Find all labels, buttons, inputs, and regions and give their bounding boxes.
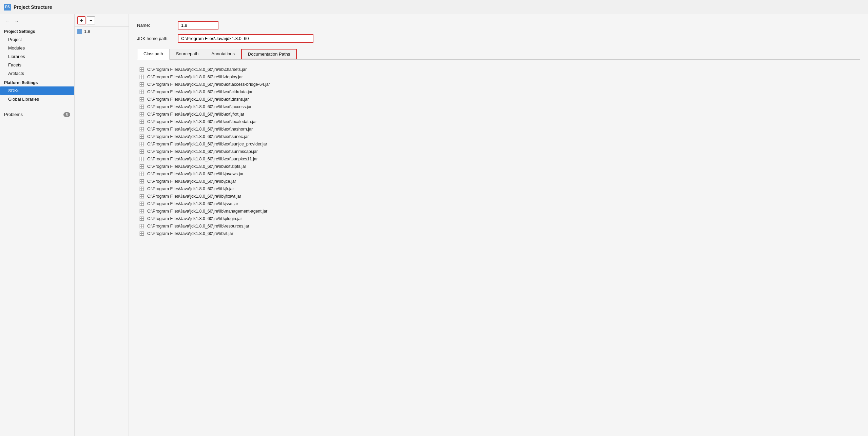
jar-file-icon [139, 179, 144, 184]
svg-rect-89 [142, 197, 143, 198]
svg-rect-99 [142, 212, 143, 213]
jar-file-icon [139, 223, 144, 229]
jar-file-icon [139, 82, 144, 87]
file-path: C:\Program Files\Java\jdk1.8.0_60\jre\li… [147, 119, 257, 124]
svg-rect-109 [142, 226, 143, 228]
jar-file-icon [139, 141, 144, 147]
name-label: Name: [137, 23, 174, 28]
sidebar-item-artifacts[interactable]: Artifacts [0, 69, 74, 78]
file-path: C:\Program Files\Java\jdk1.8.0_60\jre\li… [147, 157, 258, 161]
sdk-list-item-18[interactable]: 1.8 [75, 27, 129, 36]
file-path: C:\Program Files\Java\jdk1.8.0_60\jre\li… [147, 127, 253, 132]
svg-rect-17 [142, 90, 143, 92]
jdk-home-input[interactable] [178, 34, 313, 43]
file-path: C:\Program Files\Java\jdk1.8.0_60\jre\li… [147, 201, 238, 206]
problems-row[interactable]: Problems 5 [0, 110, 74, 119]
svg-rect-71 [140, 172, 141, 174]
svg-rect-21 [140, 98, 141, 99]
svg-rect-23 [140, 100, 141, 101]
jar-file-icon [139, 194, 144, 199]
file-list-item: C:\Program Files\Java\jdk1.8.0_60\jre\li… [137, 200, 860, 207]
tab-documentation-paths[interactable]: Documentation Paths [241, 49, 297, 59]
sidebar-item-global-libraries[interactable]: Global Libraries [0, 95, 74, 103]
svg-rect-61 [140, 157, 141, 159]
svg-rect-68 [140, 167, 141, 168]
svg-rect-1 [140, 68, 141, 69]
name-row: Name: [137, 21, 860, 29]
remove-sdk-button[interactable]: − [87, 16, 95, 24]
file-list-item: C:\Program Files\Java\jdk1.8.0_60\jre\li… [137, 118, 860, 125]
svg-rect-98 [140, 212, 141, 213]
file-path: C:\Program Files\Java\jdk1.8.0_60\jre\li… [147, 97, 249, 102]
svg-rect-102 [142, 217, 143, 218]
sidebar-item-project[interactable]: Project [0, 35, 74, 44]
svg-rect-19 [142, 92, 143, 94]
sidebar-item-sdks[interactable]: SDKs [0, 86, 74, 95]
tab-annotations[interactable]: Annotations [205, 49, 241, 59]
platform-settings-section: Platform Settings [0, 78, 74, 86]
file-path: C:\Program Files\Java\jdk1.8.0_60\jre\li… [147, 67, 247, 72]
svg-rect-107 [142, 224, 143, 226]
sidebar-item-modules[interactable]: Modules [0, 44, 74, 52]
svg-rect-29 [142, 107, 143, 108]
svg-rect-67 [142, 165, 143, 166]
problems-badge: 5 [63, 112, 70, 117]
svg-rect-78 [140, 182, 141, 183]
file-list: C:\Program Files\Java\jdk1.8.0_60\jre\li… [137, 66, 860, 429]
svg-rect-44 [142, 130, 143, 131]
svg-rect-58 [140, 152, 141, 153]
sdk-toolbar: + − [75, 14, 129, 27]
file-path: C:\Program Files\Java\jdk1.8.0_60\jre\li… [147, 216, 242, 221]
problems-label: Problems [4, 112, 23, 117]
back-button[interactable]: ← [4, 18, 12, 24]
sidebar: ← → Project Settings Project Modules Lib… [0, 14, 75, 436]
jar-file-icon [139, 89, 144, 95]
add-sdk-button[interactable]: + [77, 16, 85, 24]
file-list-item: C:\Program Files\Java\jdk1.8.0_60\jre\li… [137, 230, 860, 237]
file-list-item: C:\Program Files\Java\jdk1.8.0_60\jre\li… [137, 73, 860, 81]
file-list-item: C:\Program Files\Java\jdk1.8.0_60\jre\li… [137, 163, 860, 170]
svg-rect-54 [142, 144, 143, 146]
svg-rect-31 [140, 113, 141, 114]
file-path: C:\Program Files\Java\jdk1.8.0_60\jre\li… [147, 75, 243, 79]
svg-rect-9 [142, 77, 143, 79]
jar-file-icon [139, 156, 144, 162]
svg-rect-11 [140, 83, 141, 84]
svg-rect-92 [142, 202, 143, 203]
sdk-list-panel: + − 1.8 [75, 14, 129, 436]
svg-rect-52 [142, 142, 143, 144]
name-input[interactable] [178, 21, 218, 29]
svg-rect-69 [142, 167, 143, 168]
file-list-item: C:\Program Files\Java\jdk1.8.0_60\jre\li… [137, 178, 860, 185]
tab-classpath[interactable]: Classpath [137, 49, 170, 60]
nav-row: ← → [0, 16, 74, 26]
svg-rect-94 [142, 204, 143, 205]
jar-file-icon [139, 67, 144, 72]
jar-file-icon [139, 119, 144, 124]
svg-rect-41 [140, 127, 141, 129]
file-list-item: C:\Program Files\Java\jdk1.8.0_60\jre\li… [137, 81, 860, 88]
svg-rect-36 [140, 120, 141, 121]
forward-button[interactable]: → [13, 18, 20, 24]
svg-rect-28 [140, 107, 141, 108]
file-list-item: C:\Program Files\Java\jdk1.8.0_60\jre\li… [137, 170, 860, 178]
file-path: C:\Program Files\Java\jdk1.8.0_60\jre\li… [147, 112, 244, 117]
window-title: Project Structure [14, 4, 52, 10]
file-list-item: C:\Program Files\Java\jdk1.8.0_60\jre\li… [137, 222, 860, 230]
tab-sourcepath[interactable]: Sourcepath [170, 49, 205, 59]
svg-rect-59 [142, 152, 143, 153]
file-path: C:\Program Files\Java\jdk1.8.0_60\jre\li… [147, 194, 241, 199]
svg-rect-26 [140, 105, 141, 106]
file-path: C:\Program Files\Java\jdk1.8.0_60\jre\li… [147, 142, 267, 146]
svg-rect-43 [140, 130, 141, 131]
svg-rect-113 [140, 234, 141, 235]
sidebar-item-facets[interactable]: Facets [0, 61, 74, 69]
svg-rect-53 [140, 144, 141, 146]
svg-rect-106 [140, 224, 141, 226]
jar-file-icon [139, 149, 144, 154]
svg-rect-82 [142, 187, 143, 189]
jar-file-icon [139, 112, 144, 117]
sidebar-item-libraries[interactable]: Libraries [0, 52, 74, 61]
file-path: C:\Program Files\Java\jdk1.8.0_60\jre\li… [147, 90, 253, 94]
svg-rect-39 [142, 122, 143, 123]
